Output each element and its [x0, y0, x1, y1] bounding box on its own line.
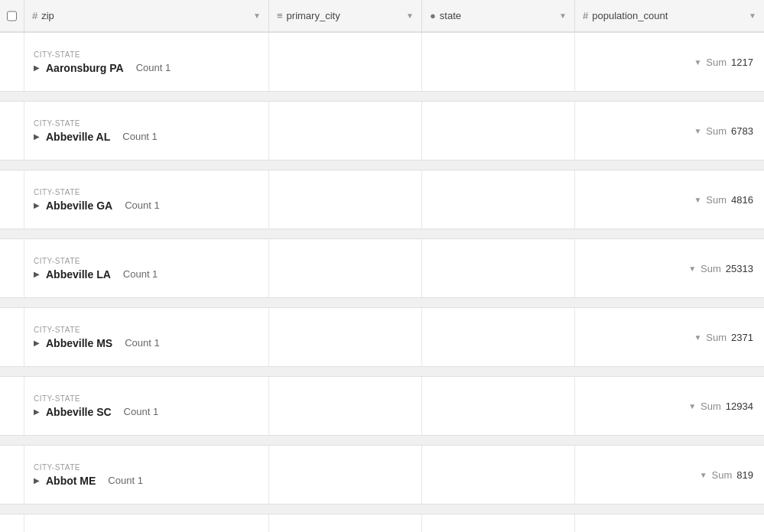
zip-header-label: zip — [41, 10, 54, 21]
group-checkbox-cell — [0, 308, 24, 366]
group-separator — [0, 436, 764, 440]
group-row: CITY-STATE ▶ Abbotsford WI Count 1 ▼ Sum… — [0, 514, 764, 532]
group-city-cell — [269, 514, 422, 532]
group-wrapper-abbeville-sc: CITY-STATE ▶ Abbeville SC Count 1 ▼ Sum … — [0, 376, 764, 440]
group-checkbox-cell — [0, 377, 24, 435]
group-wrapper-abbeville-ms: CITY-STATE ▶ Abbeville MS Count 1 ▼ Sum … — [0, 307, 764, 371]
group-wrapper-abbot-me: CITY-STATE ▶ Abbot ME Count 1 ▼ Sum 819 — [0, 445, 764, 509]
population-dropdown-icon[interactable]: ▼ — [749, 11, 756, 20]
sum-label: Sum — [706, 332, 727, 343]
group-title: Abbot ME — [46, 475, 96, 487]
group-population-cell: ▼ Sum 3032 — [575, 514, 764, 532]
zip-type-icon: # — [32, 10, 37, 21]
group-wrapper-abbotsford-wi: CITY-STATE ▶ Abbotsford WI Count 1 ▼ Sum… — [0, 514, 764, 532]
expand-icon[interactable]: ▶ — [34, 63, 40, 72]
group-sum: ▼ Sum 819 — [700, 469, 753, 481]
group-zip-cell: CITY-STATE ▶ Abbeville MS Count 1 — [24, 308, 269, 366]
expand-icon[interactable]: ▶ — [34, 201, 40, 209]
group-title: Abbeville MS — [46, 337, 112, 349]
select-all-cell[interactable] — [0, 0, 24, 31]
header-population-count[interactable]: # population_count ▼ — [575, 0, 764, 31]
group-zip-cell: CITY-STATE ▶ Abbot ME Count 1 — [24, 446, 269, 504]
group-city-cell — [269, 33, 422, 91]
group-separator — [0, 367, 764, 371]
group-population-cell: ▼ Sum 1217 — [575, 33, 764, 91]
sum-dropdown-icon[interactable]: ▼ — [694, 58, 701, 66]
group-state-cell — [422, 308, 575, 366]
group-city-cell — [269, 170, 422, 229]
group-wrapper-abbeville-al: CITY-STATE ▶ Abbeville AL Count 1 ▼ Sum … — [0, 101, 764, 165]
group-count: Count 1 — [125, 337, 160, 349]
sum-dropdown-icon[interactable]: ▼ — [700, 471, 707, 479]
group-state-cell — [422, 377, 575, 435]
sum-dropdown-icon[interactable]: ▼ — [688, 264, 696, 273]
group-checkbox-cell — [0, 102, 24, 160]
sum-dropdown-icon[interactable]: ▼ — [694, 196, 701, 204]
group-count: Count 1 — [122, 131, 158, 142]
group-checkbox-cell — [0, 446, 24, 504]
group-count: Count 1 — [123, 268, 158, 280]
group-zip-cell: CITY-STATE ▶ Aaronsburg PA Count 1 — [24, 33, 269, 91]
group-state-cell — [422, 102, 575, 160]
group-state-cell — [422, 170, 575, 229]
sum-label: Sum — [712, 469, 733, 481]
group-sum: ▼ Sum 6783 — [694, 125, 753, 137]
group-title: Abbeville LA — [46, 268, 111, 281]
header-primary-city[interactable]: ≡ primary_city ▼ — [269, 0, 422, 31]
group-city-cell — [269, 377, 422, 435]
group-wrapper-aaronsburg-pa: CITY-STATE ▶ Aaronsburg PA Count 1 ▼ Sum… — [0, 32, 764, 96]
state-type-icon: ● — [430, 10, 436, 21]
group-row: CITY-STATE ▶ Abbeville GA Count 1 ▼ Sum … — [0, 170, 764, 229]
sum-label: Sum — [701, 263, 721, 274]
sum-number: 25313 — [726, 263, 753, 274]
sum-dropdown-icon[interactable]: ▼ — [694, 127, 701, 135]
table-header: # zip ▼ ≡ primary_city ▼ ● state ▼ # pop… — [0, 0, 764, 32]
sum-dropdown-icon[interactable]: ▼ — [688, 402, 696, 410]
sum-label: Sum — [706, 194, 727, 206]
sum-number: 819 — [736, 469, 753, 481]
group-population-cell: ▼ Sum 12934 — [575, 377, 764, 435]
group-label: CITY-STATE — [34, 50, 259, 59]
group-sum: ▼ Sum 4816 — [694, 194, 753, 206]
state-dropdown-icon[interactable]: ▼ — [559, 11, 567, 20]
sum-number: 2371 — [731, 332, 753, 343]
zip-dropdown-icon[interactable]: ▼ — [253, 11, 261, 20]
group-population-cell: ▼ Sum 4816 — [575, 170, 764, 229]
select-all-checkbox[interactable] — [7, 11, 17, 21]
group-population-cell: ▼ Sum 6783 — [575, 102, 764, 160]
group-sum: ▼ Sum 2371 — [694, 332, 753, 343]
population-header-label: population_count — [592, 10, 668, 21]
group-city-cell — [269, 446, 422, 504]
group-count: Count 1 — [125, 200, 160, 211]
header-state[interactable]: ● state ▼ — [422, 0, 575, 31]
expand-icon[interactable]: ▶ — [34, 476, 40, 485]
group-population-cell: ▼ Sum 25313 — [575, 239, 764, 297]
group-title: Aaronsburg PA — [46, 62, 124, 74]
expand-icon[interactable]: ▶ — [34, 407, 40, 416]
group-zip-cell: CITY-STATE ▶ Abbeville GA Count 1 — [24, 170, 269, 229]
group-wrapper-abbeville-ga: CITY-STATE ▶ Abbeville GA Count 1 ▼ Sum … — [0, 170, 764, 234]
group-separator — [0, 298, 764, 303]
expand-icon[interactable]: ▶ — [34, 132, 40, 141]
expand-icon[interactable]: ▶ — [34, 270, 40, 278]
group-count: Count 1 — [136, 62, 171, 73]
group-count: Count 1 — [108, 475, 143, 486]
group-checkbox-cell — [0, 239, 24, 297]
group-label: CITY-STATE — [34, 394, 259, 403]
group-city-cell — [269, 308, 422, 366]
sum-dropdown-icon[interactable]: ▼ — [694, 333, 701, 342]
group-checkbox-cell — [0, 170, 24, 229]
group-label: CITY-STATE — [34, 257, 259, 265]
group-title: Abbeville AL — [46, 131, 110, 143]
group-row: CITY-STATE ▶ Abbeville AL Count 1 ▼ Sum … — [0, 101, 764, 161]
state-header-label: state — [440, 10, 461, 21]
population-type-icon: # — [583, 10, 588, 21]
city-dropdown-icon[interactable]: ▼ — [406, 11, 414, 20]
group-row: CITY-STATE ▶ Abbeville LA Count 1 ▼ Sum … — [0, 238, 764, 298]
group-state-cell — [422, 446, 575, 504]
group-row: CITY-STATE ▶ Aaronsburg PA Count 1 ▼ Sum… — [0, 32, 764, 92]
group-title: Abbeville SC — [46, 406, 112, 418]
sum-label: Sum — [706, 125, 727, 137]
header-zip[interactable]: # zip ▼ — [24, 0, 269, 31]
expand-icon[interactable]: ▶ — [34, 339, 40, 347]
